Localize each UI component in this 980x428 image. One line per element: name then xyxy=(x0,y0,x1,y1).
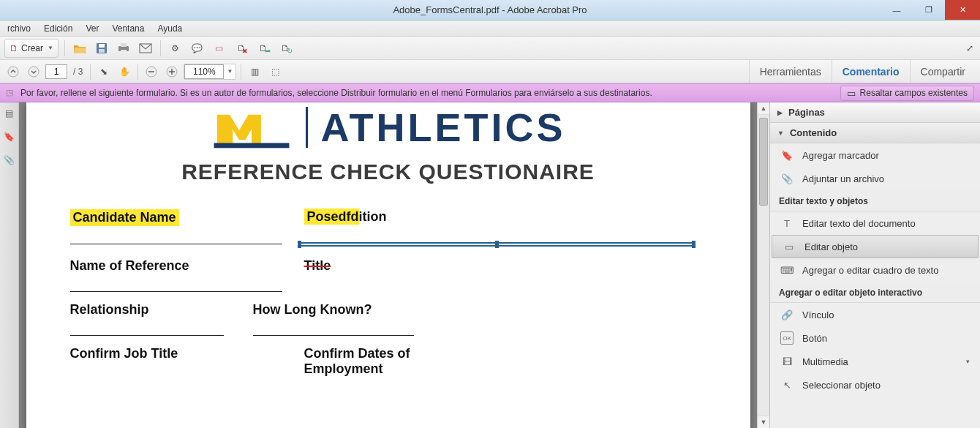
item-boton[interactable]: OK Botón xyxy=(770,326,980,350)
paperclip-icon: 📎 xyxy=(780,172,794,185)
page-up-icon[interactable] xyxy=(4,63,22,80)
item-agregar-marcador[interactable]: 🔖 Agregar marcador xyxy=(770,143,980,167)
pdf-page: ATHLETICS REFERENCE CHECK QUESTIONAIRE C… xyxy=(26,102,750,428)
underline xyxy=(70,244,282,244)
page-down-icon[interactable] xyxy=(25,63,42,80)
field-name-of-reference[interactable]: Name of Reference xyxy=(70,258,189,274)
triangle-down-icon: ▼ xyxy=(777,129,784,137)
vertical-scrollbar[interactable]: ▲ ▼ xyxy=(757,102,769,428)
multimedia-icon: 🎞 xyxy=(780,355,794,368)
zoom-out-icon[interactable] xyxy=(143,63,160,80)
tab-comentario[interactable]: Comentario xyxy=(832,60,910,83)
section-paginas[interactable]: ▶Páginas xyxy=(770,102,980,123)
menu-ver[interactable]: Ver xyxy=(80,22,105,35)
hand-tool-icon[interactable]: ✋ xyxy=(116,63,133,80)
scroll-down-icon[interactable]: ▼ xyxy=(758,416,769,428)
svg-rect-2 xyxy=(99,49,105,53)
scroll-up-icon[interactable]: ▲ xyxy=(758,102,769,115)
item-editar-objeto[interactable]: ▭ Editar objeto xyxy=(772,235,979,258)
menu-ayuda[interactable]: Ayuda xyxy=(151,22,188,35)
mail-icon[interactable] xyxy=(137,40,154,57)
comment-bubble-icon[interactable]: 💬 xyxy=(189,40,206,57)
menu-ventana[interactable]: Ventana xyxy=(106,22,150,35)
tab-compartir[interactable]: Compartir xyxy=(910,60,976,83)
document-viewport[interactable]: ATHLETICS REFERENCE CHECK QUESTIONAIRE C… xyxy=(19,102,757,428)
field-confirm-dates-2[interactable]: Employment xyxy=(304,361,383,377)
window-close-button[interactable]: ✕ xyxy=(945,0,980,20)
bookmarks-icon[interactable]: 🔖 xyxy=(3,130,16,143)
expand-toolbar-icon[interactable]: ⤢ xyxy=(962,41,977,56)
fit-width-icon[interactable]: ⬚ xyxy=(266,63,284,80)
item-editar-texto-documento[interactable]: T Editar texto del documento xyxy=(770,211,980,235)
thumbnails-icon[interactable]: ▤ xyxy=(3,107,16,120)
zoom-dropdown[interactable]: 110% ▼ xyxy=(184,64,236,80)
chevron-down-icon: ▼ xyxy=(224,68,235,75)
menu-bar: rchivo Edición Ver Ventana Ayuda xyxy=(0,20,980,37)
field-confirm-job-title[interactable]: Confirm Job Title xyxy=(70,346,178,361)
item-vinculo[interactable]: 🔗 Vínculo xyxy=(770,303,980,326)
left-dock: ▤ 🔖 📎 xyxy=(0,102,19,428)
logo-divider xyxy=(306,107,308,148)
notice-text: Por favor, rellene el siguiente formular… xyxy=(20,88,652,98)
section-contenido[interactable]: ▼Contenido xyxy=(770,123,980,143)
svg-rect-1 xyxy=(99,44,105,48)
chevron-down-icon: ▼ xyxy=(48,45,53,51)
rotate-page-icon[interactable]: 🗋↻ xyxy=(276,40,294,57)
menu-edicion[interactable]: Edición xyxy=(38,22,78,35)
fit-page-icon[interactable]: ▥ xyxy=(246,63,263,80)
page-number-input[interactable] xyxy=(45,64,67,79)
subheader-objeto-interactivo: Agregar o editar objeto interactivo xyxy=(770,282,980,303)
save-icon[interactable] xyxy=(93,40,110,57)
item-seleccionar-objeto[interactable]: ↖ Seleccionar objeto xyxy=(770,373,980,397)
menu-archivo[interactable]: rchivo xyxy=(1,22,37,35)
highlight-icon: ▭ xyxy=(847,88,856,99)
zoom-value: 110% xyxy=(184,64,224,79)
item-adjuntar-archivo[interactable]: 📎 Adjuntar un archivo xyxy=(770,167,980,190)
field-confirm-dates-1[interactable]: Confirm Dates of xyxy=(304,346,410,361)
field-how-long-known[interactable]: How Long Known? xyxy=(253,302,372,318)
underline xyxy=(70,291,282,292)
field-candidate-name[interactable]: Candidate Name xyxy=(70,209,179,226)
window-title: Adobe_FormsCentral.pdf - Adobe Acrobat P… xyxy=(393,4,587,15)
page-total-label: / 3 xyxy=(70,67,86,77)
underline xyxy=(70,335,224,336)
object-edit-icon: ▭ xyxy=(783,240,796,253)
svg-rect-14 xyxy=(214,143,289,148)
svg-rect-5 xyxy=(121,50,127,53)
stamp-icon[interactable]: ▭ xyxy=(211,40,228,57)
field-title[interactable]: Title xyxy=(304,258,331,274)
scroll-thumb[interactable] xyxy=(759,118,768,206)
form-notice-bar: ◳ Por favor, rellene el siguiente formul… xyxy=(0,83,980,102)
delete-page-icon[interactable]: 🗋✖ xyxy=(233,40,250,57)
svg-point-8 xyxy=(29,67,39,77)
main-toolbar: 🗋 Crear ▼ ⚙ 💬 ▭ 🗋✖ 🗋➦ 🗋↻ ⤢ xyxy=(0,37,980,60)
item-multimedia[interactable]: 🎞 Multimedia ▾ xyxy=(770,350,980,373)
underline xyxy=(253,335,414,336)
chevron-down-icon: ▾ xyxy=(966,358,970,365)
attachments-icon[interactable]: 📎 xyxy=(3,154,16,167)
m-logo-icon xyxy=(211,105,293,149)
open-icon[interactable] xyxy=(71,40,88,57)
tab-herramientas[interactable]: Herramientas xyxy=(749,60,832,83)
crear-button[interactable]: 🗋 Crear ▼ xyxy=(4,39,59,58)
window-minimize-button[interactable]: — xyxy=(881,0,913,20)
bookmark-icon: 🔖 xyxy=(780,149,794,162)
field-position[interactable]: Posedfdition xyxy=(304,209,387,225)
highlight-fields-label: Resaltar campos existentes xyxy=(860,88,968,98)
window-restore-button[interactable]: ❐ xyxy=(913,0,945,20)
select-tool-icon[interactable]: ⬊ xyxy=(95,63,113,80)
field-relationship[interactable]: Relationship xyxy=(70,302,149,318)
textbox-icon: ⌨ xyxy=(780,263,794,277)
text-edit-icon: T xyxy=(780,217,794,230)
gear-icon[interactable]: ⚙ xyxy=(167,40,184,57)
svg-point-7 xyxy=(8,67,18,77)
print-icon[interactable] xyxy=(115,40,132,57)
highlight-fields-button[interactable]: ▭ Resaltar campos existentes xyxy=(840,86,974,101)
info-icon[interactable]: ◳ xyxy=(6,88,16,98)
right-panel: ▶Páginas ▼Contenido 🔖 Agregar marcador 📎… xyxy=(769,102,980,428)
crear-label: Crear xyxy=(21,43,43,53)
item-agregar-cuadro-texto[interactable]: ⌨ Agregar o editar cuadro de texto xyxy=(770,258,980,282)
subheader-editar-texto-objetos: Editar texto y objetos xyxy=(770,190,980,211)
export-page-icon[interactable]: 🗋➦ xyxy=(255,40,272,57)
zoom-in-icon[interactable] xyxy=(163,63,181,80)
